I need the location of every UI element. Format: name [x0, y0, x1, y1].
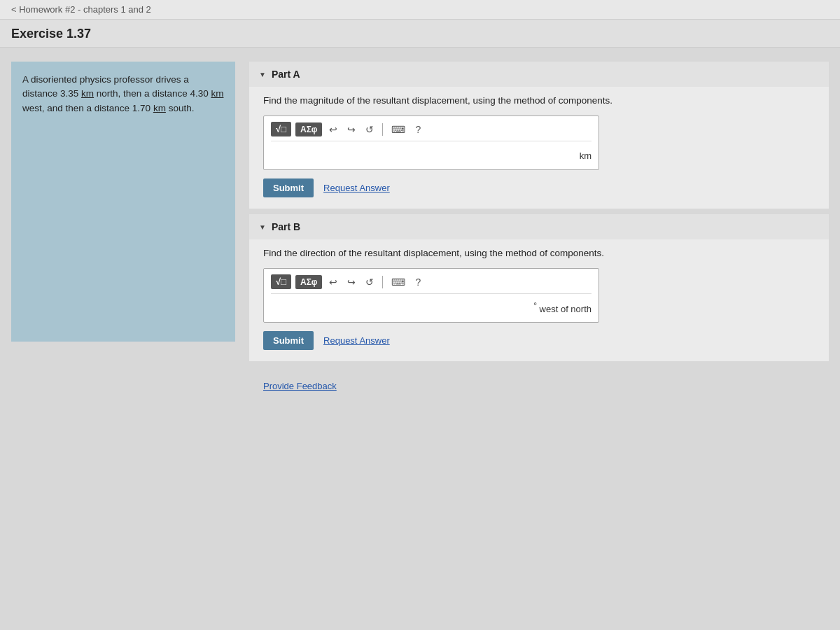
part-b-input-row: ° west of north [271, 300, 592, 316]
part-a-chevron: ▼ [259, 71, 266, 78]
part-a-toolbar: √□ ΑΣφ ↩ ↪ ↺ ⌨ ? [271, 122, 592, 141]
part-a-input-row: km [271, 147, 592, 164]
part-b-submit-button[interactable]: Submit [263, 331, 314, 350]
part-a-refresh-btn[interactable]: ↺ [363, 122, 377, 136]
breadcrumb-link[interactable]: < Homework #2 - chapters 1 and 2 [11, 4, 151, 15]
part-a-action-row: Submit Request Answer [263, 178, 815, 197]
part-b-greek-label: ΑΣφ [300, 277, 317, 287]
part-b-degree: ° [533, 301, 537, 311]
part-a-redo-btn[interactable]: ↪ [344, 122, 358, 136]
problem-panel: A disoriented physics professor drives a… [11, 62, 235, 342]
part-a-separator [382, 123, 383, 136]
part-b-redo-btn[interactable]: ↪ [344, 275, 358, 289]
part-a-greek-btn[interactable]: ΑΣφ [295, 122, 322, 136]
part-b-header[interactable]: ▼ Part B [249, 214, 829, 239]
feedback-section: Provide Feedback [249, 367, 829, 398]
exercise-title: Exercise 1.37 [0, 20, 840, 48]
part-b-separator [382, 276, 383, 288]
part-b-keyboard-btn[interactable]: ⌨ [388, 275, 408, 289]
problem-text-part2: north, then a distance 4.30 [94, 88, 211, 99]
problem-unit1: km [81, 88, 94, 99]
part-a-submit-button[interactable]: Submit [263, 178, 314, 197]
part-a-request-answer-link[interactable]: Request Answer [323, 183, 390, 193]
part-a-section: ▼ Part A Find the magnitude of the resul… [249, 62, 829, 209]
part-b-sqrt-btn[interactable]: √□ [271, 274, 291, 289]
part-a-answer-box: √□ ΑΣφ ↩ ↪ ↺ ⌨ ? [263, 115, 599, 170]
part-b-help-btn[interactable]: ? [412, 275, 424, 289]
problem-unit3: km [153, 103, 166, 113]
part-a-question: Find the magnitude of the resultant disp… [263, 95, 815, 106]
part-a-greek-label: ΑΣφ [300, 125, 317, 134]
part-a-sqrt-label: √□ [276, 124, 286, 134]
page-wrapper: < Homework #2 - chapters 1 and 2 Exercis… [0, 0, 840, 630]
part-a-keyboard-btn[interactable]: ⌨ [388, 122, 408, 136]
part-a-title: Part A [272, 69, 300, 80]
part-b-undo-btn[interactable]: ↩ [326, 275, 340, 289]
part-a-header[interactable]: ▼ Part A [249, 62, 829, 87]
part-b-section: ▼ Part B Find the direction of the resul… [249, 214, 829, 361]
part-b-action-row: Submit Request Answer [263, 331, 815, 350]
problem-text-part4: south. [166, 103, 195, 113]
part-b-question: Find the direction of the resultant disp… [263, 248, 815, 258]
problem-panel-wrapper: A disoriented physics professor drives a… [11, 62, 235, 616]
part-a-help-btn[interactable]: ? [412, 122, 424, 136]
part-b-greek-btn[interactable]: ΑΣφ [295, 275, 322, 289]
problem-text: A disoriented physics professor drives a… [22, 73, 224, 115]
part-b-chevron: ▼ [259, 223, 266, 231]
part-a-sqrt-btn[interactable]: √□ [271, 122, 291, 136]
part-a-body: Find the magnitude of the resultant disp… [249, 87, 829, 209]
part-b-unit-suffix: west of north [540, 304, 592, 315]
part-b-refresh-btn[interactable]: ↺ [363, 275, 377, 289]
part-b-toolbar: √□ ΑΣφ ↩ ↪ ↺ ⌨ ? [271, 274, 592, 294]
part-b-body: Find the direction of the resultant disp… [249, 239, 829, 361]
part-a-undo-btn[interactable]: ↩ [326, 122, 340, 136]
part-b-title: Part B [272, 221, 300, 232]
parts-panel: ▼ Part A Find the magnitude of the resul… [249, 62, 829, 616]
part-b-input[interactable] [271, 300, 528, 316]
top-bar: < Homework #2 - chapters 1 and 2 [0, 0, 840, 20]
part-b-unit: ° west of north [533, 301, 592, 314]
part-b-answer-box: √□ ΑΣφ ↩ ↪ ↺ ⌨ ? [263, 268, 599, 323]
part-a-unit: km [580, 150, 592, 161]
provide-feedback-link[interactable]: Provide Feedback [263, 381, 337, 391]
problem-text-part3: west, and then a distance 1.70 [22, 103, 153, 113]
part-b-sqrt-label: √□ [276, 276, 286, 287]
part-b-request-answer-link[interactable]: Request Answer [323, 335, 390, 346]
part-a-input[interactable] [271, 147, 574, 164]
problem-unit2: km [211, 88, 223, 99]
main-content: A disoriented physics professor drives a… [0, 48, 840, 630]
